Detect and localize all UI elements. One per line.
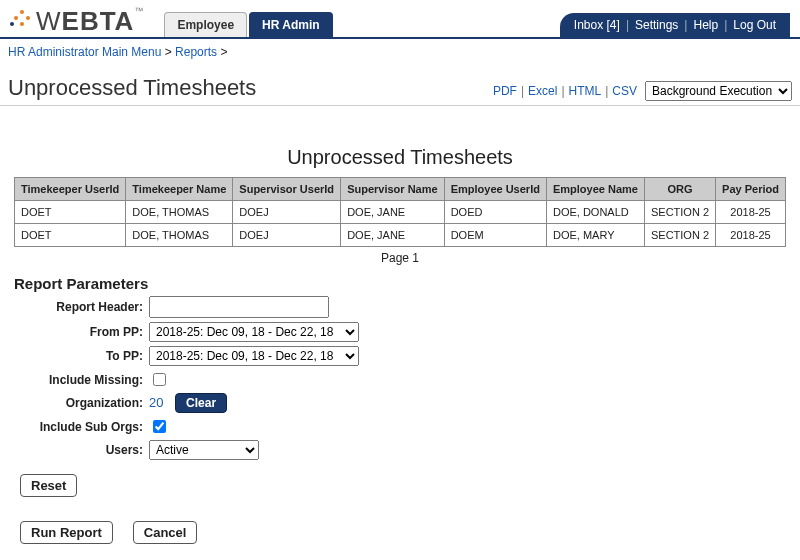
col-sup-name: Supervisor Name bbox=[341, 178, 445, 201]
label-users: Users: bbox=[14, 443, 149, 457]
report-title: Unprocessed Timesheets bbox=[14, 146, 786, 169]
pager: Page 1 bbox=[14, 251, 786, 265]
app-logo: WEBTA™ bbox=[10, 6, 144, 37]
timesheets-table: Timekeeper UserId Timekeeper Name Superv… bbox=[14, 177, 786, 247]
breadcrumb-reports[interactable]: Reports bbox=[175, 45, 217, 59]
report-header-input[interactable] bbox=[149, 296, 329, 318]
role-tabs: Employee HR Admin bbox=[164, 12, 332, 37]
report-parameters-title: Report Parameters bbox=[14, 275, 786, 292]
clear-button[interactable]: Clear bbox=[175, 393, 227, 413]
organization-value: 20 bbox=[149, 395, 163, 410]
breadcrumb-main[interactable]: HR Administrator Main Menu bbox=[8, 45, 161, 59]
col-tk-name: Timekeeper Name bbox=[126, 178, 233, 201]
tab-hr-admin[interactable]: HR Admin bbox=[249, 12, 333, 37]
col-pp: Pay Period bbox=[716, 178, 786, 201]
tab-employee[interactable]: Employee bbox=[164, 12, 247, 37]
table-row: DOETDOE, THOMASDOEJDOE, JANEDOEDDOE, DON… bbox=[15, 201, 786, 224]
col-sup-uid: Supervisor UserId bbox=[233, 178, 341, 201]
app-header: WEBTA™ Employee HR Admin Inbox [4]| Sett… bbox=[0, 0, 800, 39]
logo-dots-icon bbox=[10, 10, 34, 34]
include-sub-orgs-checkbox[interactable] bbox=[153, 420, 166, 433]
export-pdf[interactable]: PDF bbox=[493, 84, 517, 98]
nav-inbox[interactable]: Inbox [4] bbox=[574, 18, 620, 32]
col-tk-uid: Timekeeper UserId bbox=[15, 178, 126, 201]
run-report-button[interactable]: Run Report bbox=[20, 521, 113, 544]
label-to-pp: To PP: bbox=[14, 349, 149, 363]
top-nav: Inbox [4]| Settings| Help| Log Out bbox=[560, 13, 790, 37]
label-from-pp: From PP: bbox=[14, 325, 149, 339]
from-pp-select[interactable]: 2018-25: Dec 09, 18 - Dec 22, 18 bbox=[149, 322, 359, 342]
label-include-sub-orgs: Include Sub Orgs: bbox=[14, 420, 149, 434]
breadcrumb: HR Administrator Main Menu > Reports > bbox=[0, 39, 800, 65]
background-execution-select[interactable]: Background Execution bbox=[645, 81, 792, 101]
users-select[interactable]: Active bbox=[149, 440, 259, 460]
label-organization: Organization: bbox=[14, 396, 149, 410]
nav-settings[interactable]: Settings bbox=[635, 18, 678, 32]
nav-help[interactable]: Help bbox=[693, 18, 718, 32]
nav-logout[interactable]: Log Out bbox=[733, 18, 776, 32]
to-pp-select[interactable]: 2018-25: Dec 09, 18 - Dec 22, 18 bbox=[149, 346, 359, 366]
col-emp-uid: Employee UserId bbox=[444, 178, 546, 201]
label-include-missing: Include Missing: bbox=[14, 373, 149, 387]
include-missing-checkbox[interactable] bbox=[153, 373, 166, 386]
page-title: Unprocessed Timesheets bbox=[8, 75, 256, 101]
table-row: DOETDOE, THOMASDOEJDOE, JANEDOEMDOE, MAR… bbox=[15, 224, 786, 247]
export-csv[interactable]: CSV bbox=[612, 84, 637, 98]
export-html[interactable]: HTML bbox=[569, 84, 602, 98]
col-org: ORG bbox=[644, 178, 715, 201]
col-emp-name: Employee Name bbox=[546, 178, 644, 201]
export-excel[interactable]: Excel bbox=[528, 84, 557, 98]
reset-button[interactable]: Reset bbox=[20, 474, 77, 497]
export-links: PDF| Excel| HTML| CSV Background Executi… bbox=[493, 81, 792, 101]
cancel-button[interactable]: Cancel bbox=[133, 521, 198, 544]
label-report-header: Report Header: bbox=[14, 300, 149, 314]
